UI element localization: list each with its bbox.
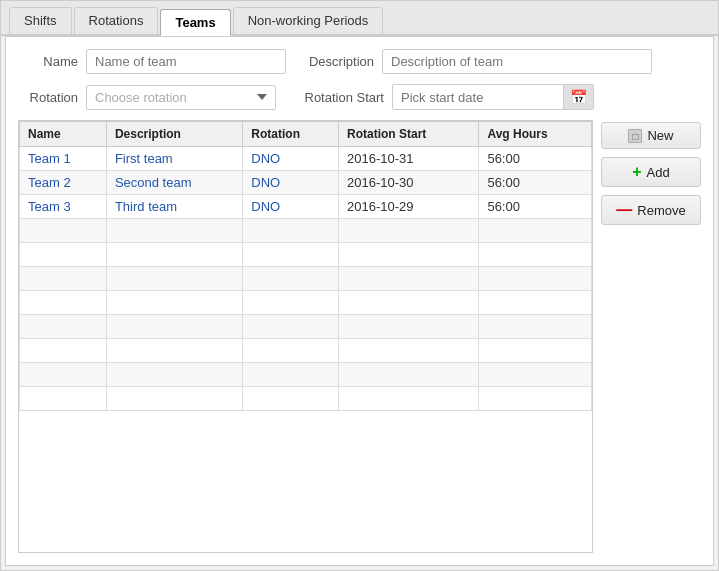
- rotation-start-label: Rotation Start: [284, 90, 384, 105]
- tab-rotations[interactable]: Rotations: [74, 7, 159, 34]
- table-row-empty: [20, 363, 592, 387]
- main-container: Shifts Rotations Teams Non-working Perio…: [0, 0, 719, 571]
- button-column: □ New + Add — Remove: [601, 120, 701, 553]
- table-row-empty: [20, 267, 592, 291]
- form-row-2: Rotation Choose rotation Rotation Start …: [18, 84, 701, 110]
- team-name: Team 2: [20, 171, 107, 195]
- desc-input[interactable]: [382, 49, 652, 74]
- remove-label: Remove: [637, 203, 685, 218]
- date-input[interactable]: [393, 86, 563, 109]
- table-row-empty: [20, 339, 592, 363]
- team-rotation: DNO: [243, 147, 339, 171]
- tab-shifts[interactable]: Shifts: [9, 7, 72, 34]
- table-row-empty: [20, 387, 592, 411]
- desc-label: Description: [294, 54, 374, 69]
- team-desc: First team: [106, 147, 242, 171]
- team-name: Team 1: [20, 147, 107, 171]
- team-avg-hours: 56:00: [479, 195, 592, 219]
- col-description: Description: [106, 122, 242, 147]
- remove-button[interactable]: — Remove: [601, 195, 701, 225]
- tab-teams[interactable]: Teams: [160, 9, 230, 36]
- tab-non-working[interactable]: Non-working Periods: [233, 7, 384, 34]
- table-row[interactable]: Team 3 Third team DNO 2016-10-29 56:00: [20, 195, 592, 219]
- team-rotation: DNO: [243, 171, 339, 195]
- name-input[interactable]: [86, 49, 286, 74]
- team-desc: Third team: [106, 195, 242, 219]
- teams-table: Name Description Rotation Rotation Start…: [19, 121, 592, 411]
- rotation-label: Rotation: [18, 90, 78, 105]
- table-row[interactable]: Team 1 First team DNO 2016-10-31 56:00: [20, 147, 592, 171]
- table-row[interactable]: Team 2 Second team DNO 2016-10-30 56:00: [20, 171, 592, 195]
- content-area: Name Description Rotation Choose rotatio…: [5, 36, 714, 566]
- name-label: Name: [18, 54, 78, 69]
- team-rotation: DNO: [243, 195, 339, 219]
- team-rotation-start: 2016-10-30: [339, 171, 479, 195]
- new-button[interactable]: □ New: [601, 122, 701, 149]
- col-avg-hours: Avg Hours: [479, 122, 592, 147]
- new-icon: □: [628, 129, 642, 143]
- form-row-1: Name Description: [18, 49, 701, 74]
- team-avg-hours: 56:00: [479, 147, 592, 171]
- tab-bar: Shifts Rotations Teams Non-working Perio…: [1, 1, 718, 36]
- team-desc: Second team: [106, 171, 242, 195]
- add-label: Add: [647, 165, 670, 180]
- calendar-button[interactable]: 📅: [563, 85, 593, 109]
- add-icon: +: [632, 163, 641, 181]
- new-label: New: [647, 128, 673, 143]
- add-button[interactable]: + Add: [601, 157, 701, 187]
- col-rotation: Rotation: [243, 122, 339, 147]
- col-name: Name: [20, 122, 107, 147]
- table-wrap: Name Description Rotation Rotation Start…: [18, 120, 593, 553]
- col-rotation-start: Rotation Start: [339, 122, 479, 147]
- team-avg-hours: 56:00: [479, 171, 592, 195]
- remove-icon: —: [616, 201, 632, 219]
- table-header-row: Name Description Rotation Rotation Start…: [20, 122, 592, 147]
- main-layout: Name Description Rotation Rotation Start…: [18, 120, 701, 553]
- table-row-empty: [20, 219, 592, 243]
- table-row-empty: [20, 243, 592, 267]
- team-rotation-start: 2016-10-29: [339, 195, 479, 219]
- team-name: Team 3: [20, 195, 107, 219]
- table-row-empty: [20, 315, 592, 339]
- date-input-wrap: 📅: [392, 84, 594, 110]
- table-row-empty: [20, 291, 592, 315]
- team-rotation-start: 2016-10-31: [339, 147, 479, 171]
- rotation-select[interactable]: Choose rotation: [86, 85, 276, 110]
